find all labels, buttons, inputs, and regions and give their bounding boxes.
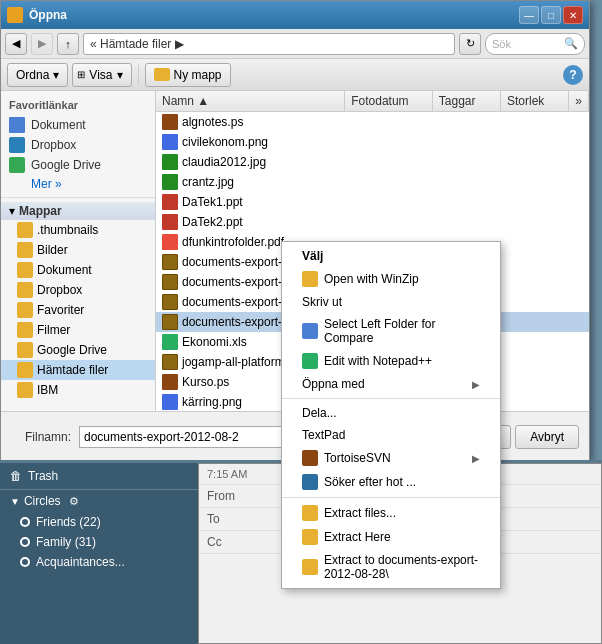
file-item-datek2[interactable]: DaTek2.ppt xyxy=(156,212,589,232)
ctx-item-winzip[interactable]: Open with WinZip xyxy=(282,267,500,291)
folder-filmer[interactable]: Filmer xyxy=(1,320,155,340)
help-button[interactable]: ? xyxy=(563,65,583,85)
folder-icon-ibm xyxy=(17,382,33,398)
file-size xyxy=(511,221,581,223)
sidebar-item-google-drive[interactable]: Google Drive xyxy=(1,155,155,175)
file-size xyxy=(511,321,581,323)
folders-label: Mappar xyxy=(19,204,62,218)
folder-thumbnails[interactable]: .thumbnails xyxy=(1,220,155,240)
sort-icon: ▲ xyxy=(197,94,209,108)
ctx-item-extract-files[interactable]: Extract files... xyxy=(282,501,500,525)
col-name-label: Namn xyxy=(162,94,194,108)
new-folder-label: Ny mapp xyxy=(174,68,222,82)
folder-hamtade-filer-label: Hämtade filer xyxy=(37,363,108,377)
file-icon-xls xyxy=(162,334,178,350)
refresh-button[interactable]: ↻ xyxy=(459,33,481,55)
title-bar-icon xyxy=(7,7,23,23)
file-tags xyxy=(441,201,511,203)
file-date xyxy=(351,141,441,143)
sidebar-item-dropbox[interactable]: Dropbox xyxy=(1,135,155,155)
file-item-datek1[interactable]: DaTek1.ppt xyxy=(156,192,589,212)
circle-item-friends[interactable]: Friends (22) xyxy=(0,512,198,532)
sidebar: Favoritlänkar Dokument Dropbox Google Dr… xyxy=(1,91,156,411)
folder-bilder[interactable]: Bilder xyxy=(1,240,155,260)
visa-button[interactable]: ⊞ Visa ▾ xyxy=(72,63,131,87)
ctx-item-tortoisesvn[interactable]: TortoiseSVN ▶ xyxy=(282,446,500,470)
sidebar-item-more[interactable]: Mer » xyxy=(1,175,155,193)
file-item-algnotes[interactable]: algnotes.ps xyxy=(156,112,589,132)
folder-favoriter[interactable]: Favoriter xyxy=(1,300,155,320)
cancel-button[interactable]: Avbryt xyxy=(515,425,579,449)
col-header-tags[interactable]: Taggar xyxy=(433,91,501,111)
minimize-button[interactable]: — xyxy=(519,6,539,24)
file-size xyxy=(511,301,581,303)
file-name: kärring.png xyxy=(182,395,242,409)
ctx-item-extract-here[interactable]: Extract Here xyxy=(282,525,500,549)
ctx-extract-to-label: Extract to documents-export-2012-08-28\ xyxy=(324,553,480,581)
circle-item-family[interactable]: Family (31) xyxy=(0,532,198,552)
file-size xyxy=(511,181,581,183)
trash-icon: 🗑 xyxy=(10,469,22,483)
file-size xyxy=(511,161,581,163)
email-time: 7:15 AM xyxy=(207,468,247,480)
title-bar: Öppna — □ ✕ xyxy=(1,1,589,29)
up-button[interactable]: ↑ xyxy=(57,33,79,55)
ctx-item-textpad[interactable]: TextPad xyxy=(282,424,500,446)
ctx-item-notepad[interactable]: Edit with Notepad++ xyxy=(282,349,500,373)
col-header-date[interactable]: Fotodatum xyxy=(345,91,433,111)
file-tags xyxy=(441,181,511,183)
maximize-button[interactable]: □ xyxy=(541,6,561,24)
folder-dropbox-label: Dropbox xyxy=(37,283,82,297)
folder-google-drive[interactable]: Google Drive xyxy=(1,340,155,360)
file-date xyxy=(351,161,441,163)
ctx-item-soker[interactable]: Söker efter hot ... xyxy=(282,470,500,494)
file-name: algnotes.ps xyxy=(182,115,243,129)
file-icon-jpg xyxy=(162,174,178,190)
circle-item-acquaintances[interactable]: Acquaintances... xyxy=(0,552,198,572)
ctx-item-valj[interactable]: Välj xyxy=(282,245,500,267)
folder-dokument[interactable]: Dokument xyxy=(1,260,155,280)
ctx-item-extract-to[interactable]: Extract to documents-export-2012-08-28\ xyxy=(282,549,500,585)
file-size xyxy=(511,201,581,203)
folder-hamtade-filer[interactable]: Hämtade filer xyxy=(1,360,155,380)
trash-label: Trash xyxy=(28,469,58,483)
close-button[interactable]: ✕ xyxy=(563,6,583,24)
address-path[interactable]: « Hämtade filer ▶ xyxy=(83,33,455,55)
col-header-size[interactable]: Storlek xyxy=(501,91,569,111)
ctx-item-select-left[interactable]: Select Left Folder for Compare xyxy=(282,313,500,349)
ordna-button[interactable]: Ordna ▾ xyxy=(7,63,68,87)
folder-dropbox[interactable]: Dropbox xyxy=(1,280,155,300)
back-button[interactable]: ◀ xyxy=(5,33,27,55)
circles-label: Circles xyxy=(24,494,61,508)
ctx-item-skriv-ut[interactable]: Skriv ut xyxy=(282,291,500,313)
circles-header[interactable]: ▼ Circles ⚙ xyxy=(0,490,198,512)
file-item-claudia[interactable]: claudia2012.jpg xyxy=(156,152,589,172)
search-box[interactable]: Sök 🔍 xyxy=(485,33,585,55)
left-panel: 🗑 Trash ▼ Circles ⚙ Friends (22) Family … xyxy=(0,463,198,644)
ctx-item-open-with[interactable]: Öppna med ▶ xyxy=(282,373,500,395)
ctx-extract-here-label: Extract Here xyxy=(324,530,391,544)
file-size xyxy=(511,341,581,343)
file-item-crantz[interactable]: crantz.jpg xyxy=(156,172,589,192)
ctx-item-dela[interactable]: Dela... xyxy=(282,402,500,424)
toolbar: Ordna ▾ ⊞ Visa ▾ Ny mapp ? xyxy=(1,59,589,91)
folder-ibm-label: IBM xyxy=(37,383,58,397)
col-header-more[interactable]: » xyxy=(569,91,589,111)
folder-ibm[interactable]: IBM xyxy=(1,380,155,400)
visa-arrow-icon: ▾ xyxy=(117,68,123,82)
trash-row[interactable]: 🗑 Trash xyxy=(0,463,198,490)
folder-icon-dokument xyxy=(17,262,33,278)
forward-button[interactable]: ▶ xyxy=(31,33,53,55)
col-header-name[interactable]: Namn ▲ xyxy=(156,91,345,111)
file-item-civilekonom[interactable]: civilekonom.png xyxy=(156,132,589,152)
folders-header[interactable]: ▾ Mappar xyxy=(1,202,155,220)
sidebar-item-dokument[interactable]: Dokument xyxy=(1,115,155,135)
file-icon-zip xyxy=(162,294,178,310)
file-size xyxy=(511,381,581,383)
file-date xyxy=(351,181,441,183)
file-tags xyxy=(441,221,511,223)
file-icon-zip xyxy=(162,274,178,290)
file-size xyxy=(511,141,581,143)
file-tags xyxy=(441,161,511,163)
new-folder-button[interactable]: Ny mapp xyxy=(145,63,231,87)
